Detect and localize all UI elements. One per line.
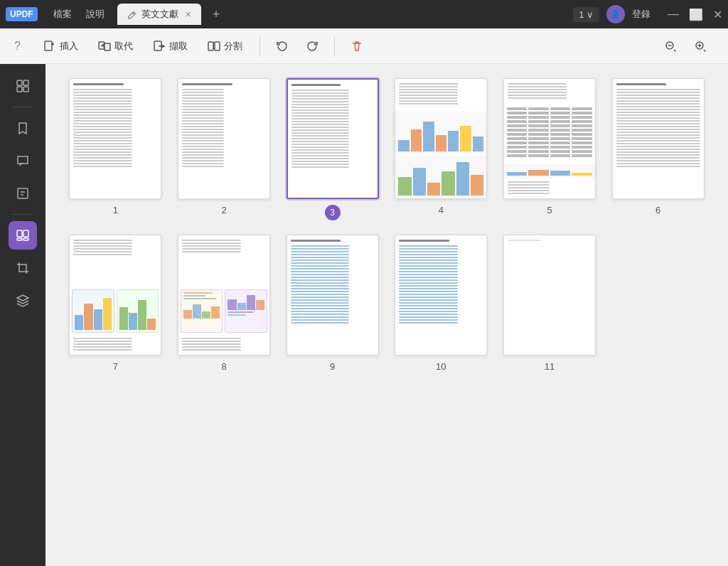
replace-label: 取代 <box>114 40 133 53</box>
menu-help[interactable]: 說明 <box>79 5 112 23</box>
menu-file[interactable]: 檔案 <box>46 5 79 23</box>
toolbar: ? 插入 取代 擷取 分割 <box>0 28 728 64</box>
sidebar-item-comment[interactable] <box>9 146 37 175</box>
new-tab-button[interactable]: + <box>208 6 225 23</box>
svg-rect-8 <box>17 80 22 85</box>
replace-icon <box>98 40 111 53</box>
page-number: 9 <box>330 361 335 372</box>
page-item[interactable]: 9 <box>284 235 381 372</box>
sidebar-item-layers[interactable] <box>9 287 37 315</box>
edit-icon <box>127 9 137 19</box>
sidebar-item-organize[interactable] <box>9 221 37 250</box>
page-item[interactable]: 11 <box>501 235 599 372</box>
sidebar-item-bookmark[interactable] <box>9 114 37 142</box>
toolbar-separator-2 <box>334 36 335 56</box>
zoom-in-button[interactable] <box>687 36 714 57</box>
page-item[interactable]: 3 <box>284 78 381 220</box>
extract-button[interactable]: 擷取 <box>144 36 196 57</box>
rotate-right-icon <box>306 40 318 53</box>
svg-rect-12 <box>18 188 28 198</box>
zoom-out-icon <box>664 40 677 53</box>
rotate-right-button[interactable] <box>299 36 326 57</box>
sidebar-item-crop[interactable] <box>9 254 37 282</box>
login-button[interactable]: 登錄 <box>632 8 651 21</box>
zoom-out-button[interactable] <box>657 36 684 57</box>
comment-icon <box>16 154 30 168</box>
bookmark-icon <box>16 121 30 135</box>
page-item[interactable]: 4 <box>392 78 490 220</box>
page-thumbnail <box>287 78 379 199</box>
delete-icon <box>350 40 363 53</box>
delete-button[interactable] <box>343 36 370 57</box>
organize-icon <box>16 228 30 242</box>
svg-rect-13 <box>17 230 22 237</box>
tab-close-button[interactable]: × <box>186 9 191 20</box>
page-number: 11 <box>545 361 555 372</box>
tab-label: 英文文獻 <box>141 8 178 21</box>
page-thumbnail <box>287 235 379 356</box>
maximize-button[interactable]: ⬜ <box>689 8 703 21</box>
split-label: 分割 <box>224 40 242 53</box>
svg-rect-2 <box>105 43 110 50</box>
split-icon <box>208 40 220 53</box>
page-item[interactable]: 2 <box>176 78 273 220</box>
page-thumbnail <box>395 78 487 199</box>
insert-label: 插入 <box>60 40 78 53</box>
close-button[interactable]: ✕ <box>713 8 722 21</box>
title-bar: UPDF 檔案 說明 英文文獻 × + 1 ∨ 👤 登錄 — ⬜ ✕ <box>0 0 728 28</box>
svg-rect-16 <box>23 238 28 240</box>
page-content: 1 2 3 4 <box>46 64 728 566</box>
toolbar-separator-1 <box>259 36 260 56</box>
main-area: 1 2 3 4 <box>0 64 728 566</box>
insert-icon <box>43 40 56 53</box>
sidebar-divider-1 <box>12 107 33 107</box>
zoom-in-icon <box>694 40 707 53</box>
svg-rect-5 <box>215 42 220 50</box>
page-item[interactable]: 7 <box>67 235 164 372</box>
page-item[interactable]: 1 <box>67 78 164 220</box>
app-logo: UPDF <box>6 7 38 21</box>
tab-main[interactable]: 英文文獻 × <box>117 4 201 25</box>
page-item[interactable]: 10 <box>392 235 490 372</box>
help-icon[interactable]: ? <box>14 40 21 53</box>
page-thumbnail <box>69 78 161 199</box>
page-item[interactable]: 6 <box>609 78 707 220</box>
page-thumbnail <box>178 78 270 199</box>
rotate-left-icon <box>276 40 289 53</box>
rotate-left-button[interactable] <box>269 36 296 57</box>
extract-label: 擷取 <box>169 40 188 53</box>
thumbnail-icon <box>16 79 30 93</box>
page-number: 8 <box>221 361 226 372</box>
sidebar <box>0 64 46 566</box>
page-item[interactable]: 5 <box>501 78 599 220</box>
layers-icon <box>16 294 30 308</box>
page-thumbnail <box>178 235 270 356</box>
extract-icon <box>153 40 166 53</box>
page-grid: 1 2 3 4 <box>67 78 707 372</box>
svg-rect-4 <box>208 42 213 50</box>
page-number: 7 <box>113 361 118 372</box>
insert-button[interactable]: 插入 <box>35 36 87 57</box>
crop-icon <box>16 261 30 275</box>
minimize-button[interactable]: — <box>668 8 679 21</box>
page-number: 3 <box>325 205 341 220</box>
sidebar-item-form[interactable] <box>9 179 37 208</box>
page-thumbnail <box>612 78 705 199</box>
svg-rect-14 <box>23 230 28 237</box>
split-button[interactable]: 分割 <box>199 36 251 57</box>
page-number: 10 <box>436 361 446 372</box>
page-item[interactable]: 8 <box>176 235 273 372</box>
svg-rect-9 <box>23 80 28 85</box>
user-avatar[interactable]: 👤 <box>606 5 625 23</box>
svg-rect-11 <box>23 87 28 92</box>
toolbar-right <box>657 36 714 57</box>
page-thumbnail <box>503 235 596 356</box>
replace-button[interactable]: 取代 <box>90 36 141 57</box>
page-selector[interactable]: 1 ∨ <box>573 7 599 22</box>
page-number: 5 <box>547 205 552 215</box>
sidebar-item-thumbnail[interactable] <box>9 72 37 100</box>
page-thumbnail <box>503 78 596 199</box>
page-number: 2 <box>221 205 226 215</box>
page-thumbnail <box>69 235 161 356</box>
svg-rect-10 <box>17 87 22 92</box>
